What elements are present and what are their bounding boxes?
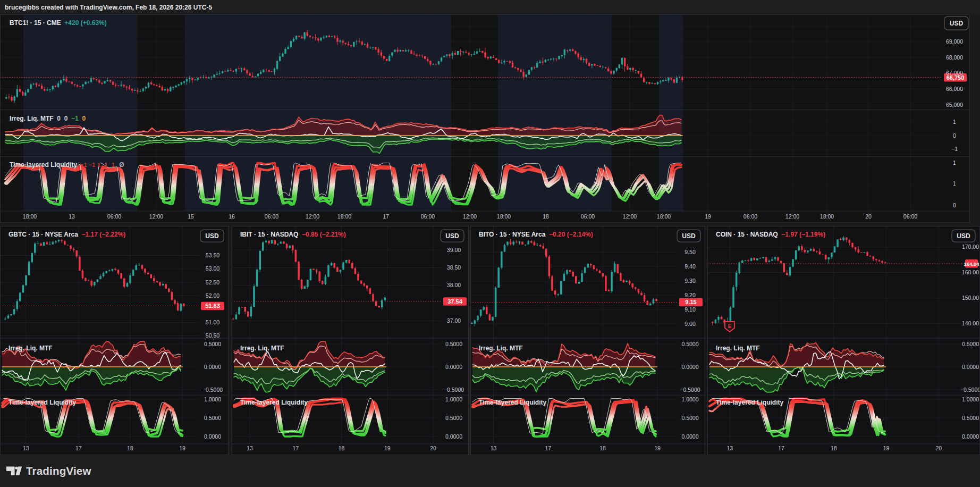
svg-text:0.0000: 0.0000: [681, 364, 698, 370]
svg-text:9.30: 9.30: [685, 278, 696, 284]
svg-text:COIN · 15 · NASDAQ −1.97 (−1.: COIN · 15 · NASDAQ −1.97 (−1.19%): [716, 231, 825, 238]
svg-text:18: 18: [127, 445, 133, 451]
svg-text:0.0000: 0.0000: [445, 433, 462, 440]
svg-text:20: 20: [935, 445, 942, 451]
svg-text:Time-layered Liquidity: Time-layered Liquidity: [479, 399, 546, 406]
svg-text:06:00: 06:00: [107, 213, 121, 220]
svg-text:18:00: 18:00: [820, 213, 834, 220]
svg-text:18: 18: [599, 445, 606, 451]
svg-text:0.0000: 0.0000: [204, 433, 221, 440]
svg-text:−0.5000: −0.5000: [202, 387, 223, 393]
svg-text:0.5000: 0.5000: [204, 341, 221, 347]
svg-text:18: 18: [543, 213, 549, 220]
svg-text:19: 19: [654, 445, 661, 451]
svg-text:18: 18: [831, 445, 837, 451]
svg-text:0.0000: 0.0000: [204, 364, 221, 370]
svg-text:USD: USD: [682, 232, 696, 240]
svg-text:−1: −1: [951, 146, 958, 152]
svg-text:−0.5000: −0.5000: [960, 387, 980, 393]
svg-text:19: 19: [384, 445, 391, 451]
svg-text:Irreg. Liq. MTF: Irreg. Liq. MTF: [240, 345, 284, 352]
svg-text:12:00: 12:00: [623, 213, 637, 220]
svg-text:18:00: 18:00: [657, 213, 671, 220]
svg-text:0: 0: [953, 202, 956, 208]
svg-text:9.50: 9.50: [685, 249, 696, 255]
svg-text:15: 15: [188, 213, 194, 220]
svg-text:06:00: 06:00: [903, 213, 917, 220]
svg-text:12:00: 12:00: [306, 213, 319, 220]
svg-text:0.0000: 0.0000: [445, 364, 462, 370]
svg-text:12:00: 12:00: [463, 213, 477, 220]
svg-text:GBTC · 15 · NYSE Arca −1.17 (: GBTC · 15 · NYSE Arca −1.17 (−2.22%): [9, 231, 125, 238]
svg-text:53.00: 53.00: [206, 265, 219, 272]
svg-text:0.5000: 0.5000: [962, 341, 979, 347]
svg-text:37.54: 37.54: [447, 298, 462, 305]
svg-text:−0.5000: −0.5000: [444, 387, 464, 393]
svg-text:17: 17: [778, 445, 784, 451]
svg-text:Irreg. Liq. MTF 0 0 −1 0: Irreg. Liq. MTF 0 0 −1 0: [10, 115, 86, 122]
svg-text:13: 13: [23, 445, 29, 451]
svg-text:52.50: 52.50: [206, 279, 219, 286]
svg-text:13: 13: [491, 445, 497, 451]
svg-text:51.63: 51.63: [205, 303, 220, 309]
svg-text:0: 0: [953, 132, 956, 139]
svg-text:13: 13: [247, 445, 253, 451]
svg-text:1: 1: [953, 119, 956, 125]
svg-text:1: 1: [953, 159, 956, 166]
svg-text:BITO · 15 · NYSE Arca −0.20 (: BITO · 15 · NYSE Arca −0.20 (−2.14%): [479, 231, 593, 238]
svg-text:51.00: 51.00: [206, 319, 219, 325]
svg-text:19: 19: [705, 213, 711, 220]
svg-text:1.0000: 1.0000: [204, 396, 221, 402]
svg-text:06:00: 06:00: [581, 213, 595, 220]
svg-text:38.50: 38.50: [447, 264, 461, 271]
svg-text:37.00: 37.00: [447, 317, 461, 324]
svg-text:0.0000: 0.0000: [681, 433, 698, 440]
svg-text:16: 16: [229, 213, 235, 220]
svg-text:1.0000: 1.0000: [681, 396, 698, 402]
svg-text:18:00: 18:00: [497, 213, 511, 220]
svg-text:17: 17: [545, 445, 551, 451]
svg-text:E: E: [728, 323, 732, 329]
svg-text:−0.5000: −0.5000: [680, 387, 700, 393]
svg-text:17: 17: [292, 445, 299, 451]
svg-text:BTC1! · 15 · CME +420 (+0.63%: BTC1! · 15 · CME +420 (+0.63%): [10, 19, 107, 27]
svg-text:0.0000: 0.0000: [962, 433, 979, 440]
svg-text:9.20: 9.20: [685, 292, 696, 298]
svg-text:18: 18: [339, 445, 345, 451]
svg-text:0.5000: 0.5000: [445, 415, 462, 421]
svg-text:06:00: 06:00: [265, 213, 278, 220]
svg-text:17: 17: [383, 213, 389, 220]
svg-text:TradingView: TradingView: [26, 465, 91, 477]
svg-text:06:00: 06:00: [744, 213, 757, 220]
svg-text:20: 20: [865, 213, 872, 220]
svg-text:170.00: 170.00: [962, 244, 979, 250]
svg-text:18:00: 18:00: [337, 213, 351, 220]
svg-text:160.00: 160.00: [962, 269, 979, 275]
svg-text:Time-layered Liquidity: Time-layered Liquidity: [716, 399, 783, 406]
svg-text:50.50: 50.50: [206, 332, 219, 339]
svg-text:9.40: 9.40: [685, 263, 696, 270]
svg-text:Irreg. Liq. MTF: Irreg. Liq. MTF: [716, 345, 760, 352]
svg-text:18:00: 18:00: [23, 213, 37, 220]
svg-text:13: 13: [726, 445, 733, 451]
svg-text:USD: USD: [445, 232, 459, 240]
svg-text:0.0000: 0.0000: [962, 364, 979, 370]
svg-text:USD: USD: [205, 232, 219, 240]
svg-text:0.5000: 0.5000: [681, 341, 698, 347]
svg-text:12:00: 12:00: [149, 213, 163, 220]
svg-text:69,000: 69,000: [946, 38, 963, 45]
svg-text:Irreg. Liq. MTF: Irreg. Liq. MTF: [479, 345, 523, 352]
svg-text:39.00: 39.00: [447, 247, 461, 253]
svg-text:IBIT · 15 · NASDAQ −0.85 (−2.: IBIT · 15 · NASDAQ −0.85 (−2.21%): [240, 231, 346, 238]
svg-text:65,000: 65,000: [946, 102, 963, 108]
svg-text:68,000: 68,000: [946, 54, 963, 61]
svg-text:0.5000: 0.5000: [204, 415, 221, 421]
svg-text:52.00: 52.00: [206, 292, 219, 299]
svg-text:9.15: 9.15: [685, 299, 696, 305]
svg-text:67,000: 67,000: [946, 70, 963, 76]
svg-text:20: 20: [430, 445, 436, 451]
svg-text:9.10: 9.10: [685, 306, 696, 313]
svg-text:19: 19: [179, 445, 185, 451]
svg-text:53.50: 53.50: [206, 252, 219, 258]
svg-text:USD: USD: [957, 232, 970, 240]
